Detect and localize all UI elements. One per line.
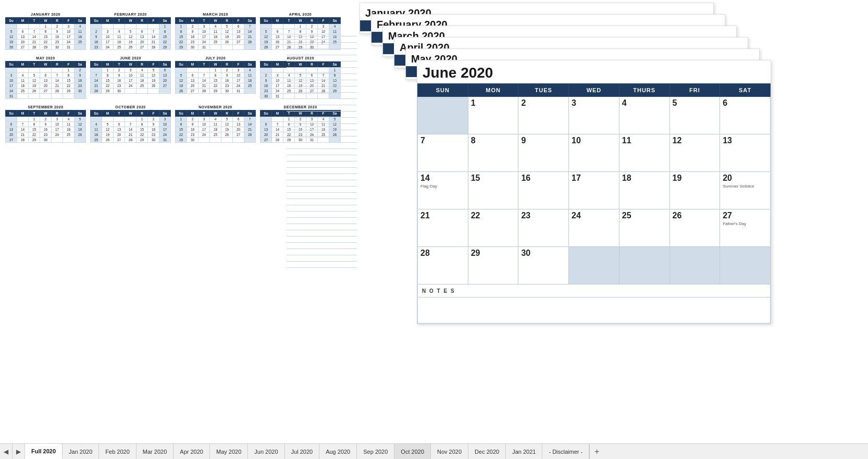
- calendar-day: 4: [114, 29, 125, 34]
- day-header: T: [29, 110, 40, 117]
- sheet-tab[interactable]: Jun 2020: [248, 444, 284, 459]
- calendar-day: 3: [199, 24, 210, 29]
- calendar-cell: 18: [619, 172, 669, 209]
- calendar-day: 17: [199, 34, 210, 40]
- calendar-day: 13: [6, 127, 17, 132]
- calendar-day: 8: [159, 29, 171, 34]
- calendar-day: 21: [29, 40, 40, 45]
- col-header: THURS: [619, 84, 669, 97]
- mini-cal-title: SEPTEMBER 2020: [5, 105, 86, 109]
- calendar-day: 28: [272, 138, 283, 143]
- day-header: Sa: [75, 61, 86, 68]
- day-header: Sa: [159, 61, 171, 68]
- calendar-day: 3: [63, 24, 75, 29]
- calendar-day: 1: [210, 68, 221, 73]
- calendar-cell: 20Summer Solstice: [720, 172, 771, 209]
- day-header: W: [125, 110, 137, 117]
- calendar-day: 23: [261, 89, 272, 94]
- sheet-tab[interactable]: Sep 2020: [357, 444, 394, 459]
- mini-cal-title: APRIL 2020: [260, 13, 341, 16]
- calendar-cell: 23: [518, 209, 569, 247]
- calendar-day: 9: [114, 73, 125, 78]
- calendar-day: 13: [233, 122, 244, 127]
- sheet-tab[interactable]: Dec 2020: [468, 444, 506, 459]
- calendar-day: [102, 24, 114, 29]
- sheet-tab[interactable]: Nov 2020: [431, 444, 468, 459]
- notes-label: N O T E S: [418, 284, 771, 297]
- calendar-day: 7: [272, 122, 283, 127]
- notes-line: [287, 243, 357, 249]
- day-header: M: [17, 18, 29, 24]
- calendar-day: 14: [199, 78, 210, 83]
- day-header: Su: [6, 110, 17, 117]
- calendar-day: 10: [125, 73, 137, 78]
- calendar-day: 7: [244, 24, 256, 29]
- calendar-day: 5: [148, 68, 159, 73]
- notes-line: [287, 262, 357, 268]
- calendar-day: [272, 117, 283, 122]
- notes-line: [287, 162, 357, 168]
- day-header: Sa: [159, 110, 171, 117]
- calendar-day: 14: [272, 127, 283, 132]
- monthly-header: June 2020: [417, 60, 771, 83]
- sheet-nav-next[interactable]: ▶: [13, 444, 25, 459]
- notes-line: [287, 61, 357, 68]
- sheet-tab[interactable]: Feb 2020: [99, 444, 136, 459]
- calendar-day: 19: [102, 132, 114, 138]
- calendar-day: 27: [233, 40, 244, 45]
- calendar-day: 30: [187, 45, 199, 50]
- calendar-day: 26: [125, 45, 137, 50]
- sheet-tab[interactable]: Jan 2021: [506, 444, 542, 459]
- calendar-day: 29: [210, 89, 221, 94]
- calendar-day: 18: [17, 83, 29, 89]
- sheet-tab[interactable]: Jan 2020: [63, 444, 99, 459]
- calendar-day: 29: [137, 138, 148, 143]
- calendar-day: 27: [187, 89, 199, 94]
- calendar-cell: 13: [720, 134, 771, 172]
- sheet-tab[interactable]: Jul 2020: [285, 444, 320, 459]
- sheet-tab[interactable]: Full 2020: [25, 444, 63, 459]
- calendar-day: 25: [137, 83, 148, 89]
- calendar-day: [29, 68, 40, 73]
- calendar-day: 12: [6, 34, 17, 40]
- calendar-day: 5: [176, 73, 187, 78]
- calendar-day: 5: [29, 73, 40, 78]
- calendar-day: 22: [102, 83, 114, 89]
- calendar-day: 29: [159, 45, 171, 50]
- day-header: Sa: [244, 18, 256, 24]
- calendar-day: 20: [261, 132, 272, 138]
- calendar-cell: 21: [418, 209, 468, 247]
- day-header: M: [17, 110, 29, 117]
- notes-line: [287, 199, 357, 205]
- day-header: M: [272, 110, 283, 117]
- sheet-tab[interactable]: Aug 2020: [319, 444, 357, 459]
- calendar-day: 27: [17, 45, 29, 50]
- add-sheet-button[interactable]: +: [589, 444, 604, 459]
- sheet-tab[interactable]: Oct 2020: [394, 444, 431, 459]
- calendar-day: 6: [6, 122, 17, 127]
- day-header: R: [221, 110, 233, 117]
- sheet-tab[interactable]: Apr 2020: [173, 444, 210, 459]
- calendar-day: 17: [199, 127, 210, 132]
- sheet-nav-prev[interactable]: ◀: [0, 444, 13, 459]
- calendar-day: [244, 138, 256, 143]
- calendar-day: [75, 138, 86, 143]
- calendar-day: 1: [102, 68, 114, 73]
- sheet-tab[interactable]: - Disclaimer -: [542, 444, 589, 459]
- calendar-day: 20: [114, 132, 125, 138]
- calendar-day: 27: [159, 83, 171, 89]
- calendar-day: 7: [29, 29, 40, 34]
- day-header: Su: [176, 18, 187, 24]
- sheet-tab[interactable]: Mar 2020: [137, 444, 173, 459]
- calendar-day: 16: [114, 78, 125, 83]
- calendar-day: 17: [272, 83, 283, 89]
- mini-calendar: FEBRUARY 2020SuMTWRFSa123456789101112131…: [90, 13, 171, 50]
- notes-line: [287, 124, 357, 130]
- calendar-day: 3: [6, 73, 17, 78]
- calendar-day: 13: [114, 127, 125, 132]
- calendar-day: 19: [176, 83, 187, 89]
- calendar-day: 9: [91, 34, 102, 40]
- mini-cal-title: NOVEMBER 2020: [175, 105, 256, 109]
- sheet-tab[interactable]: May 2020: [210, 444, 248, 459]
- notes-line: [287, 193, 357, 199]
